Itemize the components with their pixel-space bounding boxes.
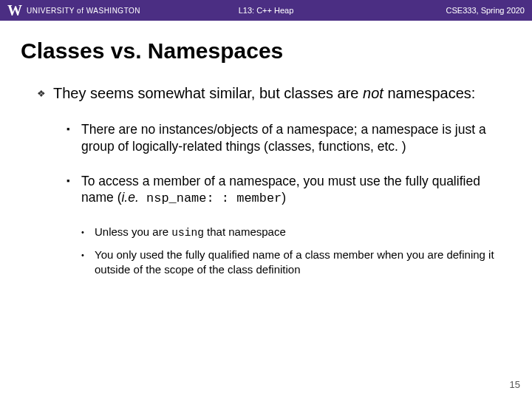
bullet-sub-1: ▪ There are no instances/objects of a na…: [66, 121, 502, 155]
course-label: CSE333, Spring 2020: [446, 6, 525, 15]
bullet-subsub-2-text: You only used the fully qualified name o…: [95, 248, 502, 276]
bullet-sub-1-text: There are no instances/objects of a name…: [81, 121, 502, 155]
square-bullet-icon: ▪: [66, 173, 81, 208]
bullet-subsub-2: • You only used the fully qualified name…: [81, 248, 502, 276]
bullet-main-text: They seems somewhat similar, but classes…: [53, 84, 475, 103]
page-number: 15: [510, 379, 520, 390]
bullet-subsub-1-text: Unless you are using that namespace: [95, 225, 286, 240]
bullet-main: ❖ They seems somewhat similar, but class…: [37, 84, 502, 103]
bullet-subsub-1: • Unless you are using that namespace: [81, 225, 502, 240]
bullet-sub-2-text: To access a member of a namespace, you m…: [81, 173, 502, 208]
square-bullet-icon: ▪: [66, 121, 81, 155]
bullet-sub-2: ▪ To access a member of a namespace, you…: [66, 173, 502, 208]
university-name: UNIVERSITY of WASHINGTON: [27, 7, 140, 15]
diamond-bullet-icon: ❖: [37, 84, 53, 103]
slide-content: ❖ They seems somewhat similar, but class…: [0, 84, 532, 276]
dot-bullet-icon: •: [81, 248, 95, 276]
uw-logo: W: [7, 2, 22, 19]
slide-header: W UNIVERSITY of WASHINGTON L13: C++ Heap…: [0, 0, 532, 21]
lecture-label: L13: C++ Heap: [239, 6, 294, 15]
slide-title: Classes vs. Namespaces: [21, 38, 532, 64]
dot-bullet-icon: •: [81, 225, 95, 240]
